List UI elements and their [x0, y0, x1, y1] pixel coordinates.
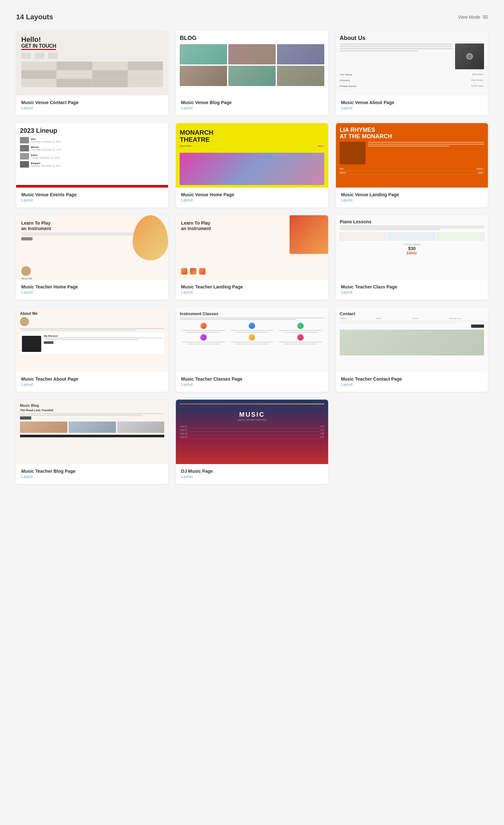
preview-home-img — [180, 153, 324, 185]
teacher-landing-preview: Learn To Playan Instrument — [176, 215, 328, 280]
tcs-text — [231, 330, 273, 331]
card-music-venue-about[interactable]: About Us The — [336, 31, 488, 116]
card-preview: Instrument Classes — [176, 307, 328, 372]
card-music-teacher-about[interactable]: About Me My Mission — [16, 307, 168, 392]
nav-item: About › — [318, 145, 324, 147]
map-cell — [128, 62, 163, 70]
tcs-text — [235, 344, 269, 345]
card-music-teacher-blog[interactable]: Music Blog The Road Less Traveled Music … — [16, 400, 168, 484]
blog-img-6 — [277, 66, 324, 86]
card-music-venue-landing[interactable]: LIA RHYMESAT THE MONARCH Divi March › — [336, 123, 488, 208]
preview-events-title: 2023 Lineup — [20, 127, 164, 134]
preview-getintouch: GET IN TOUCH — [21, 43, 56, 50]
tc-box — [388, 232, 435, 240]
card-music-teacher-landing[interactable]: Learn To Playan Instrument Music Teacher… — [176, 215, 328, 300]
card-type: Layout — [341, 290, 483, 295]
card-preview: BLOG — [176, 31, 328, 95]
event-row: Elegant Saturday, November 23, 2023 — [20, 161, 164, 167]
tc-line — [340, 229, 441, 230]
card-name: Music Teacher Blog Page — [21, 468, 163, 474]
landing-rows: Divi March › Bloom April › — [340, 167, 484, 175]
card-preview: Piano Lessons 1 Time Classes $30 — [336, 215, 488, 280]
map-cell — [57, 79, 92, 87]
ta-line — [44, 338, 162, 339]
about-preview: About Us The — [336, 31, 488, 95]
tc-price-value: $30 — [340, 246, 484, 251]
text-line — [368, 146, 449, 147]
tc-boxes — [340, 232, 484, 240]
tb-line — [20, 415, 143, 416]
card-info: Music Venue Contact Page Layout — [16, 95, 168, 116]
preview-landing-title: LIA RHYMESAT THE MONARCH — [340, 127, 484, 140]
tcs-item — [180, 322, 227, 333]
dj-row-value: 4:12 — [320, 429, 324, 431]
tcs-line — [180, 317, 324, 318]
text-line — [340, 46, 452, 47]
page-header: 14 Layouts View Mode — [16, 13, 488, 21]
text-line — [340, 48, 452, 49]
card-music-teacher-class[interactable]: Piano Lessons 1 Time Classes $30 — [336, 215, 488, 300]
tc2-btn — [471, 324, 484, 328]
about-text — [340, 44, 452, 69]
card-preview: About Us The — [336, 31, 488, 95]
tcs-text — [187, 344, 220, 345]
card-music-teacher-classes[interactable]: Instrument Classes — [176, 307, 328, 392]
card-music-venue-events[interactable]: 2023 Lineup Divi Saturday, November 10, … — [16, 123, 168, 208]
card-type: Layout — [181, 474, 323, 479]
map-grid — [21, 62, 163, 87]
card-name: Music Venue Landing Page — [341, 192, 483, 197]
ta-line — [20, 330, 136, 331]
landing-img — [340, 142, 365, 164]
tb-grid — [20, 422, 164, 433]
text-line — [340, 50, 419, 52]
preview-blog-grid — [180, 44, 324, 86]
card-name: Music Teacher Class Page — [341, 284, 483, 289]
row-item: Private Events RSVP Now › — [340, 83, 484, 89]
card-info: Music Teacher Classes Page Layout — [176, 372, 328, 392]
card-dj-music[interactable]: MUSIC DIGITAL, HIP-HOP, COMPOSER Track 0… — [176, 400, 328, 484]
card-music-venue-contact[interactable]: Hello! GET IN TOUCH — [16, 31, 168, 116]
map-cell — [92, 79, 128, 87]
text-line — [340, 44, 452, 45]
tc2-col: Phone — [413, 317, 448, 319]
row-item: Concerts View Group › — [340, 78, 484, 83]
row-link: View Group › — [471, 79, 484, 82]
dj-row-value: 3:24 — [320, 425, 324, 427]
th-avatar — [21, 266, 31, 276]
card-music-teacher-contact[interactable]: Contact Address Email Phone Opening Hour… — [336, 307, 488, 392]
tcs-icon — [297, 322, 304, 329]
event-date: Saturday, November 23, 2023 — [31, 165, 164, 167]
page-container: 14 Layouts View Mode Hello! GET IN TOUCH — [16, 13, 488, 484]
tc-line — [340, 226, 484, 227]
event-name: Extra — [31, 154, 164, 157]
preview-icon-phone — [21, 53, 31, 59]
event-name: Elegant — [31, 162, 164, 165]
tc-box — [437, 232, 484, 240]
card-info: Music Teacher Contact Page Layout — [336, 372, 488, 392]
card-type: Layout — [21, 290, 163, 295]
landing-row-label: Divi — [340, 167, 344, 170]
card-music-venue-blog[interactable]: BLOG Music Venue Blog Page Layout — [176, 31, 328, 116]
preview-icons-row — [21, 53, 163, 59]
tcs-text — [284, 332, 317, 333]
event-thumb — [20, 161, 29, 167]
contact-preview: Hello! GET IN TOUCH — [16, 31, 168, 95]
tcs-text — [187, 332, 220, 333]
card-name: Music Venue About Page — [341, 100, 483, 105]
card-info: Music Teacher Blog Page Layout — [16, 464, 168, 484]
view-mode-label: View Mode — [458, 14, 480, 20]
landing-text — [368, 142, 484, 164]
card-music-teacher-home[interactable]: Learn To Playan Instrument About Me Musi… — [16, 215, 168, 300]
card-preview: Contact Address Email Phone Opening Hour… — [336, 307, 488, 372]
map-cell — [92, 70, 128, 79]
tl-icon — [181, 268, 187, 275]
teacher-blog-preview: Music Blog The Road Less Traveled — [16, 400, 168, 464]
event-date: Sunday, November 17, 2023 — [31, 157, 164, 159]
card-music-venue-home[interactable]: MONARCHTHEATRE Brand Tickets › About › M… — [176, 123, 328, 208]
preview-home-title: MONARCHTHEATRE — [180, 129, 324, 143]
view-mode-toggle[interactable]: View Mode — [458, 14, 488, 20]
tc-text-lines — [340, 226, 484, 230]
row-item: The Venue Book Now › — [340, 72, 484, 78]
event-row: Bloom Thursday, November 12, 2023 — [20, 145, 164, 151]
tcs-icon — [249, 322, 255, 329]
